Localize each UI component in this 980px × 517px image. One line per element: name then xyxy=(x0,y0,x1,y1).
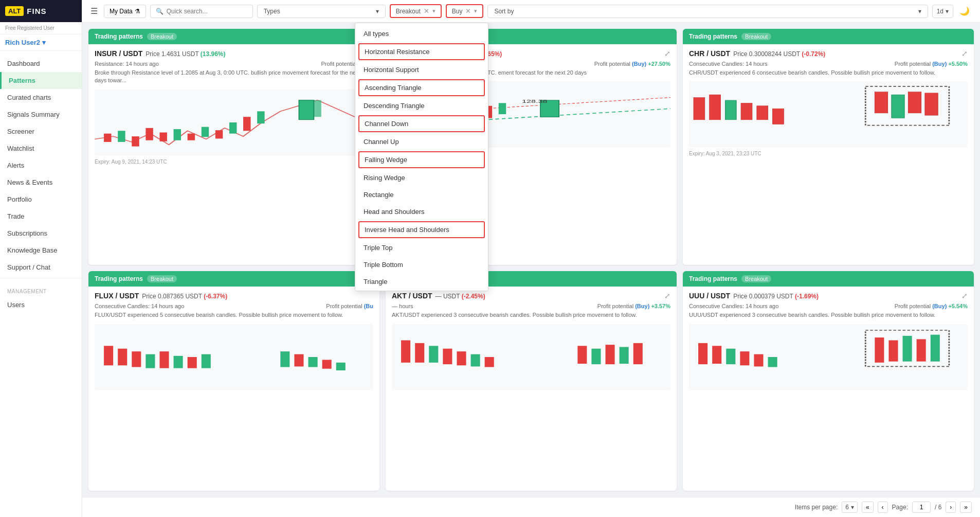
dropdown-item-inv-head-shoulders[interactable]: Inverse Head and Shoulders xyxy=(358,221,485,238)
svg-rect-45 xyxy=(280,351,289,367)
svg-rect-4 xyxy=(146,128,153,140)
dropdown-item-falling-wedge[interactable]: Falling Wedge xyxy=(358,151,485,168)
dropdown-item-desc-triangle[interactable]: Descending Triangle xyxy=(355,97,488,114)
svg-rect-40 xyxy=(146,354,155,368)
sidebar-item-patterns[interactable]: Patterns xyxy=(0,72,82,89)
sidebar-item-alerts[interactable]: Alerts xyxy=(0,157,82,174)
next-page-button[interactable]: › xyxy=(946,502,956,513)
sidebar-item-curated[interactable]: Curated charts xyxy=(0,89,82,106)
items-per-page-select[interactable]: 6 ▾ xyxy=(842,502,858,513)
svg-rect-27 xyxy=(710,95,721,120)
per-page-chevron-icon: ▾ xyxy=(851,504,854,511)
breakout-label: Breakout xyxy=(396,8,421,15)
dropdown-item-triangle[interactable]: Triangle xyxy=(355,273,488,290)
svg-rect-46 xyxy=(294,354,303,366)
svg-rect-57 xyxy=(577,346,587,364)
sidebar-item-watchlist[interactable]: Watchlist xyxy=(0,140,82,157)
dropdown-item-rising-wedge[interactable]: Rising Wedge xyxy=(355,169,488,186)
card-meta-4: Consecutive Candles: 14 hours ago Profit… xyxy=(95,303,373,309)
types-dropdown-trigger[interactable]: Types ▾ xyxy=(257,5,386,18)
card-badge-6: Breakout xyxy=(741,275,771,282)
svg-rect-52 xyxy=(429,346,438,363)
user-menu[interactable]: Rich User2 ▾ xyxy=(0,34,82,51)
symbol-3: CHR / USDT xyxy=(689,49,730,58)
svg-rect-10 xyxy=(229,122,237,134)
chart-5 xyxy=(392,324,670,390)
svg-text:128.38: 128.38 xyxy=(522,99,548,104)
my-data-button[interactable]: My Data ⚗ xyxy=(104,5,146,18)
breakout-filter-tag[interactable]: Breakout ✕ ▾ xyxy=(390,4,442,18)
breakout-close-icon[interactable]: ✕ xyxy=(424,7,429,15)
dropdown-item-all-types[interactable]: All types xyxy=(355,25,488,42)
sidebar-item-portfolio[interactable]: Portfolio xyxy=(0,191,82,208)
sidebar-item-users[interactable]: Users xyxy=(0,296,82,313)
chart-1 xyxy=(95,89,373,156)
svg-rect-6 xyxy=(174,129,181,140)
sidebar-item-news[interactable]: News & Events xyxy=(0,174,82,191)
svg-rect-71 xyxy=(917,339,926,361)
dropdown-item-horiz-support[interactable]: Horizontal Support xyxy=(355,61,488,78)
expand-icon-5[interactable]: ⤢ xyxy=(664,292,670,300)
sort-by-dropdown[interactable]: Sort by ▾ xyxy=(487,5,928,18)
last-page-button[interactable]: » xyxy=(960,502,972,513)
sidebar-item-dashboard[interactable]: Dashboard xyxy=(0,55,82,72)
expand-icon-6[interactable]: ⤢ xyxy=(961,292,968,300)
price-change-3: (-0.72%) xyxy=(802,50,825,58)
svg-rect-54 xyxy=(457,351,466,365)
buy-label: Buy xyxy=(452,8,463,15)
first-page-button[interactable]: « xyxy=(862,502,874,513)
svg-rect-1 xyxy=(104,133,111,141)
expand-icon-3[interactable]: ⤢ xyxy=(961,49,968,58)
filter-icon: ⚗ xyxy=(135,8,140,15)
buy-filter-tag[interactable]: Buy ✕ ▾ xyxy=(446,4,484,18)
card-pattern-label-6: Trading patterns xyxy=(689,275,737,282)
sidebar-item-subscriptions[interactable]: Subscriptions xyxy=(0,225,82,242)
dropdown-item-asc-triangle[interactable]: Ascending Triangle xyxy=(358,79,485,96)
search-input[interactable] xyxy=(167,8,244,15)
hamburger-icon[interactable]: ☰ xyxy=(90,6,98,16)
sidebar-item-screener[interactable]: Screener xyxy=(0,123,82,140)
duration-select[interactable]: 1d ▾ xyxy=(932,5,953,18)
svg-rect-58 xyxy=(591,348,601,364)
dropdown-item-rectangle[interactable]: Rectangle xyxy=(355,186,488,203)
sidebar-item-support[interactable]: Support / Chat xyxy=(0,259,82,276)
symbol-1: INSUR / USDT xyxy=(95,49,142,58)
card-chr: Trading patterns Breakout CHR / USDT Pri… xyxy=(683,29,974,265)
dropdown-item-triple-top[interactable]: Triple Top xyxy=(355,239,488,256)
dropdown-item-flag[interactable]: Flag xyxy=(355,290,488,291)
types-label: Types xyxy=(264,8,280,15)
symbol-5: AKT / USDT xyxy=(392,292,432,300)
card-meta-1: Resistance: 14 hours ago Profit potentia… xyxy=(95,61,373,67)
price-change-5: (-2.45%) xyxy=(462,293,485,300)
dropdown-item-channel-down[interactable]: Channel Down xyxy=(358,115,485,132)
symbol-6: UUU / USDT xyxy=(689,292,730,300)
sidebar-item-knowledge[interactable]: Knowledge Base xyxy=(0,242,82,259)
svg-rect-37 xyxy=(104,346,113,365)
price-change-4: (-6.37%) xyxy=(204,293,227,300)
svg-rect-5 xyxy=(159,132,167,141)
dropdown-item-horiz-resistance[interactable]: Horizontal Resistance xyxy=(358,43,485,60)
dropdown-item-head-shoulders[interactable]: Head and Shoulders xyxy=(355,203,488,220)
page-input[interactable] xyxy=(912,502,931,513)
card-meta-6: Consecutive Candles: 14 hours ago Profit… xyxy=(689,303,968,309)
svg-rect-59 xyxy=(606,345,615,364)
dark-mode-toggle[interactable]: 🌙 xyxy=(957,4,972,18)
svg-rect-41 xyxy=(159,351,169,368)
search-container: 🔍 xyxy=(150,5,253,18)
sidebar-item-trade[interactable]: Trade xyxy=(0,208,82,225)
prev-page-button[interactable]: ‹ xyxy=(878,502,888,513)
svg-rect-29 xyxy=(741,103,752,120)
profit-6: Profit potential (Buy) +5.54% xyxy=(895,303,968,309)
card-body-4: FLUX / USDT Price 0.087365 USDT (-6.37%)… xyxy=(88,287,379,395)
card-body-3: CHR / USDT Price 0.30008244 USDT (-0.72%… xyxy=(683,44,974,162)
buy-close-icon[interactable]: ✕ xyxy=(465,7,471,15)
svg-rect-44 xyxy=(202,354,211,368)
expand-icon-2[interactable]: ⤢ xyxy=(664,49,670,58)
svg-rect-47 xyxy=(308,357,318,367)
svg-rect-23 xyxy=(499,103,506,115)
dropdown-item-channel-up[interactable]: Channel Up xyxy=(355,133,488,150)
dropdown-item-triple-bottom[interactable]: Triple Bottom xyxy=(355,256,488,273)
sidebar-item-signals[interactable]: Signals Summary xyxy=(0,106,82,123)
user-name: Rich User2 xyxy=(5,39,40,46)
svg-rect-70 xyxy=(903,335,912,361)
